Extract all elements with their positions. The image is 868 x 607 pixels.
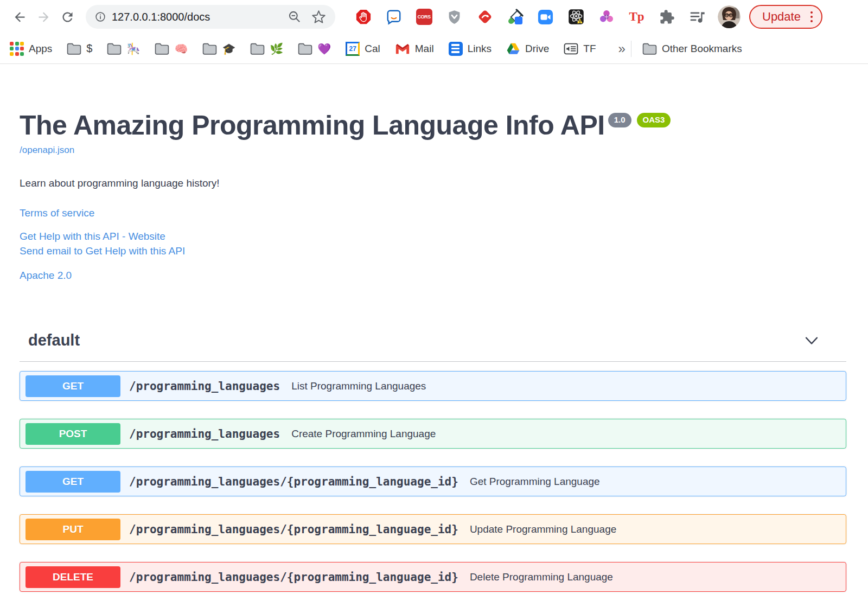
license-link[interactable]: Apache 2.0	[20, 270, 846, 282]
page-title: The Amazing Programming Language Info AP…	[20, 111, 846, 140]
bookmark-tf[interactable]: TF	[564, 42, 596, 55]
bookmark-drive[interactable]: Drive	[506, 42, 549, 55]
opblock-delete[interactable]: DELETE /programming_languages/{programmi…	[20, 562, 846, 592]
adblock-icon[interactable]	[355, 9, 372, 25]
opblock-get-one[interactable]: GET /programming_languages/{programming_…	[20, 467, 846, 496]
operation-summary: List Programming Languages	[291, 380, 426, 392]
help-email-link[interactable]: Send email to Get Help with this API	[20, 245, 846, 257]
opblock-put-update[interactable]: PUT /programming_languages/{programming_…	[20, 514, 846, 544]
bookmark-calendar[interactable]: 27 Cal	[346, 42, 380, 56]
bookmarks-bar: Apps $ 🎠 🧠 🎓 🌿 💜 27 Cal Mail Links	[0, 34, 868, 64]
bookmark-folder-money[interactable]: $	[67, 42, 92, 55]
opblock-post-create[interactable]: POST /programming_languages Create Progr…	[20, 419, 846, 449]
api-title-text: The Amazing Programming Language Info AP…	[20, 110, 605, 140]
bookmarks-divider	[631, 41, 631, 57]
zoom-camera-icon[interactable]	[537, 9, 554, 25]
bookmark-gmail[interactable]: Mail	[395, 43, 434, 55]
tf-card-icon	[564, 42, 578, 55]
chat-bubble-icon[interactable]	[385, 9, 402, 25]
operation-summary: Create Programming Language	[291, 428, 436, 440]
api-description: Learn about programming language history…	[20, 177, 846, 189]
chevron-down-icon[interactable]	[803, 332, 820, 349]
swagger-page: The Amazing Programming Language Info AP…	[0, 111, 868, 592]
section-default-header[interactable]: default	[20, 331, 846, 362]
terms-of-service-link[interactable]: Terms of service	[20, 207, 846, 219]
browser-toolbar: 127.0.0.1:8000/docs CORS	[0, 0, 868, 34]
url-text[interactable]: 127.0.0.1:8000/docs	[112, 11, 210, 23]
folder-icon	[155, 43, 169, 55]
method-badge-get: GET	[25, 471, 120, 493]
operation-path: /programming_languages/{programming_lang…	[129, 475, 458, 488]
folder-icon	[202, 43, 217, 55]
page-info-icon[interactable]	[94, 11, 106, 23]
bookmark-folder-education[interactable]: 🎓	[202, 42, 235, 55]
method-badge-post: POST	[25, 423, 120, 445]
bookmark-apps[interactable]: Apps	[10, 42, 52, 56]
folder-icon	[298, 43, 312, 55]
profile-avatar[interactable]	[718, 5, 741, 28]
info-links: Terms of service Get Help with this API …	[20, 207, 846, 282]
tp-extension-icon[interactable]: Tp	[628, 9, 645, 25]
refresh-button[interactable]	[55, 5, 79, 29]
links-list-icon	[449, 42, 463, 56]
cors-label: CORS	[416, 9, 432, 25]
back-button[interactable]	[8, 5, 31, 29]
shield-icon[interactable]	[446, 9, 463, 25]
bookmarks-overflow-icon[interactable]: »	[618, 41, 626, 56]
bookmark-folder-heart[interactable]: 💜	[298, 42, 331, 55]
bookmark-folder-carousel[interactable]: 🎠	[107, 42, 140, 55]
zoom-out-icon[interactable]	[286, 9, 303, 25]
cors-extension-icon[interactable]: CORS	[416, 9, 432, 25]
pink-wheel-extension-icon[interactable]	[598, 9, 615, 25]
openapi-json-link[interactable]: /openapi.json	[20, 145, 74, 156]
chrome-update-button[interactable]: Update	[749, 5, 822, 29]
google-calendar-icon: 27	[346, 42, 360, 56]
method-badge-put: PUT	[25, 519, 120, 540]
operation-path: /programming_languages/{programming_lang…	[129, 523, 458, 536]
bookmark-folder-herb[interactable]: 🌿	[250, 42, 283, 55]
google-drive-icon	[506, 42, 520, 55]
method-badge-get: GET	[25, 375, 120, 397]
opblock-get-list[interactable]: GET /programming_languages List Programm…	[20, 371, 846, 401]
bookmark-folder-brain[interactable]: 🧠	[155, 42, 188, 55]
bookmark-links[interactable]: Links	[449, 42, 492, 56]
refresh-icon	[60, 10, 75, 24]
address-bar[interactable]: 127.0.0.1:8000/docs	[86, 5, 335, 29]
help-website-link[interactable]: Get Help with this API - Website	[20, 231, 846, 242]
forward-button[interactable]	[31, 5, 55, 29]
operation-summary: Delete Programming Language	[470, 571, 613, 583]
operation-path: /programming_languages	[129, 427, 280, 440]
operation-path: /programming_languages	[129, 380, 280, 393]
section-title: default	[28, 331, 80, 349]
forward-arrow-icon	[36, 10, 51, 24]
other-bookmarks[interactable]: Other Bookmarks	[642, 43, 742, 55]
tp-label: Tp	[629, 10, 644, 24]
back-arrow-icon	[12, 10, 27, 24]
version-badge: 1.0	[608, 113, 631, 127]
gmail-icon	[395, 43, 410, 55]
operations-list: GET /programming_languages List Programm…	[20, 371, 846, 592]
folder-icon	[107, 43, 122, 55]
method-badge-delete: DELETE	[25, 566, 120, 588]
bookmark-star-icon[interactable]	[310, 9, 327, 25]
react-devtools-icon[interactable]	[567, 9, 584, 25]
browser-menu-icon[interactable]	[810, 11, 813, 23]
apps-grid-icon	[10, 42, 24, 56]
eyedropper-icon[interactable]	[507, 9, 524, 25]
puzzle-icon[interactable]	[659, 9, 675, 25]
folder-icon	[642, 43, 657, 55]
folder-icon	[250, 43, 265, 55]
update-label: Update	[762, 10, 801, 24]
extensions-row: CORS	[355, 9, 706, 25]
oas3-badge: OAS3	[637, 113, 671, 127]
operation-summary: Get Programming Language	[470, 476, 600, 488]
media-playlist-icon[interactable]	[689, 9, 706, 25]
folder-icon	[67, 43, 81, 55]
operation-path: /programming_languages/{programming_lang…	[129, 571, 458, 584]
red-pinwheel-extension-icon[interactable]	[476, 9, 493, 25]
operation-summary: Update Programming Language	[470, 523, 616, 535]
